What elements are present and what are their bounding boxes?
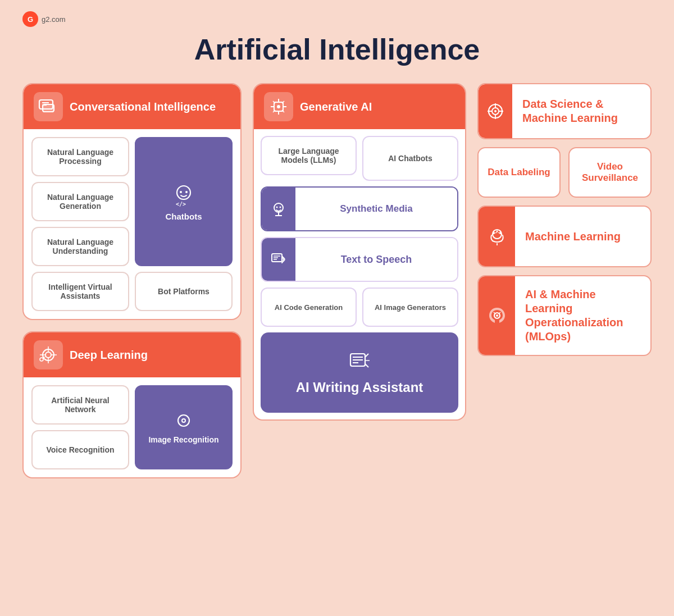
machine-learning-accent <box>479 207 515 266</box>
svg-point-9 <box>45 352 51 358</box>
data-science-title[interactable]: Data Science & Machine Learning <box>512 84 650 138</box>
mlops-card: AI & Machine Learning Operationalization… <box>477 275 652 356</box>
gen-ai-row-1: Large Language Models (LLMs) AI Chatbots <box>261 136 458 181</box>
mlops-accent <box>479 276 515 355</box>
data-science-accent <box>479 84 512 138</box>
svg-point-53 <box>493 232 495 234</box>
deep-learning-header: Deep Learning <box>24 332 240 377</box>
data-science-card: Data Science & Machine Learning <box>477 83 652 139</box>
svg-line-44 <box>365 364 368 367</box>
svg-point-5 <box>180 191 182 193</box>
bot-platforms-item[interactable]: Bot Platforms <box>135 272 233 311</box>
svg-point-24 <box>277 105 280 108</box>
svg-point-60 <box>496 314 498 317</box>
ai-image-gen-item[interactable]: AI Image Generators <box>362 288 458 327</box>
generative-ai-title: Generative AI <box>300 100 372 113</box>
svg-line-56 <box>495 232 497 233</box>
g2-domain-text: g2.com <box>42 15 66 24</box>
machine-learning-title[interactable]: Machine Learning <box>515 207 631 266</box>
svg-point-55 <box>499 232 502 234</box>
generative-ai-section: Generative AI Large Language Models (LLM… <box>253 83 466 421</box>
ai-writing-assistant-item[interactable]: AI Writing Assistant <box>261 332 458 413</box>
generative-ai-body: Large Language Models (LLMs) AI Chatbots… <box>254 129 465 419</box>
conversational-icon <box>34 92 63 121</box>
conversational-title: Conversational Intelligence <box>70 100 216 113</box>
left-column: Conversational Intelligence Natural Lang… <box>22 83 242 478</box>
conversational-header: Conversational Intelligence <box>24 84 240 129</box>
svg-line-61 <box>494 312 495 314</box>
machine-learning-card: Machine Learning <box>477 206 652 267</box>
gen-ai-row-code-image: AI Code Generation AI Image Generators <box>261 288 458 327</box>
nlu-item[interactable]: Natural Language Understanding <box>31 227 129 266</box>
svg-point-4 <box>177 186 190 199</box>
conversational-body: Natural Language Processing </> Chatbots… <box>24 129 240 319</box>
svg-line-62 <box>499 312 500 314</box>
page-title: Artificial Intelligence <box>22 33 652 66</box>
generative-ai-header: Generative AI <box>254 84 465 129</box>
mlops-title[interactable]: AI & Machine Learning Operationalization… <box>515 276 650 355</box>
iva-item[interactable]: Intelligent Virtual Assistants <box>31 272 129 311</box>
synthetic-media-icon <box>262 188 295 230</box>
synthetic-media-text[interactable]: Synthetic Media <box>295 188 457 230</box>
logo-area: G g2.com <box>22 11 652 27</box>
g2-logo: G <box>22 11 38 27</box>
synthetic-media-row: Synthetic Media <box>261 186 458 231</box>
svg-point-6 <box>185 191 188 193</box>
svg-line-57 <box>498 232 499 233</box>
text-to-speech-text[interactable]: Text to Speech <box>295 238 457 281</box>
svg-point-31 <box>280 207 281 208</box>
voice-recognition-item[interactable]: Voice Recognition <box>31 430 129 469</box>
ai-chatbots-item[interactable]: AI Chatbots <box>362 136 458 181</box>
deep-learning-body: Artificial Neural Network Image Recognit… <box>24 377 240 477</box>
text-to-speech-row: Text to Speech <box>261 237 458 282</box>
right-column: Data Science & Machine Learning Data Lab… <box>477 83 652 356</box>
video-surveillance-card[interactable]: Video Surveillance <box>568 147 652 198</box>
data-labeling-card[interactable]: Data Labeling <box>477 147 561 198</box>
chatbots-icon-item: </> Chatbots <box>135 137 233 266</box>
ai-writing-title: AI Writing Assistant <box>296 380 423 396</box>
llms-item[interactable]: Large Language Models (LLMs) <box>261 136 357 175</box>
deep-learning-card: Deep Learning Artificial Neural Network … <box>22 331 242 478</box>
text-to-speech-icon <box>262 238 295 281</box>
svg-point-18 <box>183 419 185 422</box>
svg-point-54 <box>496 231 498 232</box>
nlg-item[interactable]: Natural Language Generation <box>31 182 129 221</box>
ai-writing-icon <box>347 349 372 374</box>
svg-point-30 <box>276 207 278 208</box>
deep-learning-title: Deep Learning <box>70 348 148 362</box>
deep-learning-icon <box>34 340 63 369</box>
ann-item[interactable]: Artificial Neural Network <box>31 385 129 425</box>
svg-point-47 <box>494 110 497 112</box>
main-grid: Conversational Intelligence Natural Lang… <box>22 83 652 478</box>
ai-code-gen-item[interactable]: AI Code Generation <box>261 288 357 327</box>
conversational-intelligence-card: Conversational Intelligence Natural Lang… <box>22 83 242 320</box>
image-recognition-icon-item: Image Recognition <box>135 385 233 469</box>
nlp-item[interactable]: Natural Language Processing <box>31 137 129 176</box>
svg-text:</>: </> <box>176 201 186 207</box>
data-labeling-video-row: Data Labeling Video Surveillance <box>477 147 652 198</box>
generative-ai-icon <box>264 92 293 121</box>
